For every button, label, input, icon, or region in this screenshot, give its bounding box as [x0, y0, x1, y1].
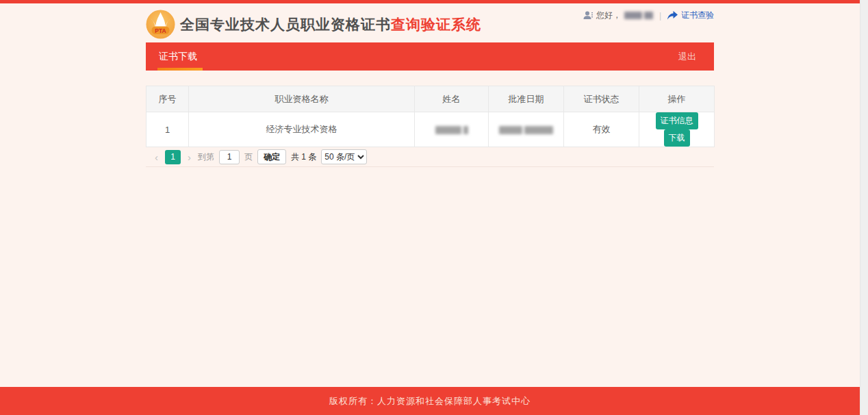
user-info: 您好， | 证书查验	[583, 10, 714, 21]
col-header-qualification: 职业资格名称	[189, 86, 415, 112]
redacted-name	[435, 126, 468, 134]
cell-approval-date	[489, 112, 564, 147]
current-page-button[interactable]: 1	[165, 150, 181, 164]
cell-index: 1	[146, 112, 189, 147]
pta-logo-icon: PTA	[146, 10, 175, 39]
download-button[interactable]: 下载	[664, 129, 690, 147]
active-tab-underline	[157, 68, 203, 71]
user-icon	[583, 11, 593, 20]
page-title-main: 全国专业技术人员职业资格证书	[180, 16, 391, 32]
vertical-scrollbar[interactable]	[860, 0, 868, 415]
tab-certificate-download[interactable]: 证书下载	[146, 42, 210, 71]
page-size-select[interactable]: 50 条/页	[321, 149, 367, 164]
copyright-text: 版权所有：人力资源和社会保障部人事考试中心	[329, 395, 531, 407]
goto-label: 到第	[198, 151, 214, 163]
page-unit-label: 页	[244, 151, 253, 163]
page-number-input[interactable]	[219, 150, 240, 164]
nav-bar: 证书下载 退出	[146, 42, 714, 71]
separator: |	[659, 11, 661, 21]
cell-status: 有效	[564, 112, 639, 147]
share-arrow-icon	[667, 11, 678, 20]
footer: 版权所有：人力资源和社会保障部人事考试中心	[0, 387, 860, 415]
logout-button[interactable]: 退出	[678, 51, 696, 63]
certificate-verify-link[interactable]: 证书查验	[681, 10, 714, 21]
table-row: 1 经济专业技术资格 有效 证书信息下载	[146, 112, 715, 147]
col-header-approval-date: 批准日期	[489, 86, 564, 112]
table-header-row: 序号 职业资格名称 姓名 批准日期 证书状态 操作	[146, 86, 715, 112]
redacted-username	[624, 12, 653, 19]
cell-name	[415, 112, 489, 147]
certificate-info-button[interactable]: 证书信息	[656, 112, 698, 129]
total-count-label: 共 1 条	[291, 151, 316, 163]
prev-page-button[interactable]: ‹	[153, 152, 160, 162]
redacted-date	[499, 126, 553, 134]
col-header-name: 姓名	[415, 86, 489, 112]
col-header-status: 证书状态	[564, 86, 639, 112]
pta-logo-text: PTA	[155, 27, 166, 34]
confirm-page-button[interactable]: 确定	[257, 149, 286, 164]
certificates-table: 序号 职业资格名称 姓名 批准日期 证书状态 操作 1 经济专业技术资格	[146, 86, 715, 147]
col-header-actions: 操作	[639, 86, 715, 112]
tab-label: 证书下载	[159, 51, 197, 63]
page-title-accent: 查询验证系统	[391, 16, 481, 32]
table-container: 序号 职业资格名称 姓名 批准日期 证书状态 操作 1 经济专业技术资格	[146, 86, 714, 167]
greeting-label: 您好，	[596, 10, 621, 21]
page-title: 全国专业技术人员职业资格证书查询验证系统	[180, 15, 481, 34]
cell-qualification: 经济专业技术资格	[189, 112, 415, 147]
site-header: PTA 全国专业技术人员职业资格证书查询验证系统 您好， | 证书查验	[146, 3, 714, 42]
next-page-button[interactable]: ›	[186, 152, 193, 162]
cell-actions: 证书信息下载	[639, 112, 715, 147]
pagination-bar: ‹ 1 › 到第 页 确定 共 1 条 50 条/页	[146, 147, 714, 167]
main-content: PTA 全国专业技术人员职业资格证书查询验证系统 您好， | 证书查验	[146, 3, 714, 167]
col-header-index: 序号	[146, 86, 189, 112]
